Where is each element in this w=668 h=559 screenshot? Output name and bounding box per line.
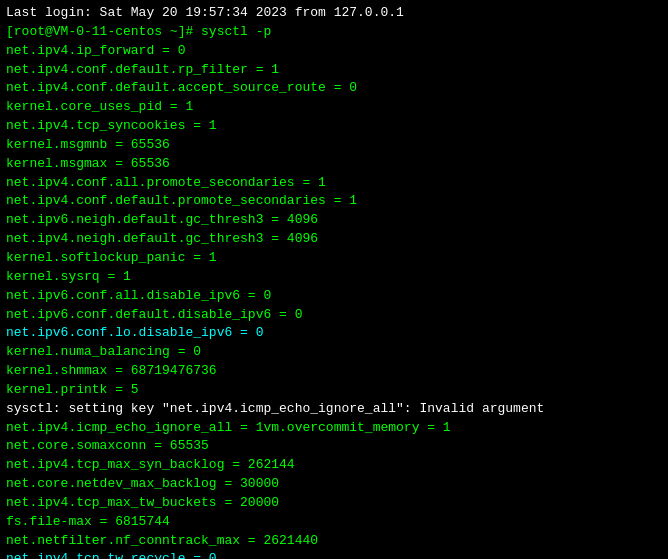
- terminal-line: fs.file-max = 6815744: [6, 513, 662, 532]
- terminal-line: net.ipv4.tcp_tw_recycle = 0: [6, 550, 662, 559]
- terminal-line: net.ipv4.tcp_max_tw_buckets = 20000: [6, 494, 662, 513]
- terminal-line: kernel.printk = 5: [6, 381, 662, 400]
- terminal-line: kernel.msgmax = 65536: [6, 155, 662, 174]
- terminal-line: net.ipv4.tcp_max_syn_backlog = 262144: [6, 456, 662, 475]
- terminal-line: kernel.numa_balancing = 0: [6, 343, 662, 362]
- terminal-line: net.ipv4.conf.default.accept_source_rout…: [6, 79, 662, 98]
- terminal-line: net.ipv4.neigh.default.gc_thresh3 = 4096: [6, 230, 662, 249]
- terminal-line: net.ipv6.neigh.default.gc_thresh3 = 4096: [6, 211, 662, 230]
- terminal-line: kernel.softlockup_panic = 1: [6, 249, 662, 268]
- terminal-line: net.ipv4.ip_forward = 0: [6, 42, 662, 61]
- terminal-line: Last login: Sat May 20 19:57:34 2023 fro…: [6, 4, 662, 23]
- terminal-line: net.core.somaxconn = 65535: [6, 437, 662, 456]
- terminal-line: kernel.sysrq = 1: [6, 268, 662, 287]
- terminal-line: net.netfilter.nf_conntrack_max = 2621440: [6, 532, 662, 551]
- terminal-line: net.ipv4.conf.default.promote_secondarie…: [6, 192, 662, 211]
- terminal-line: kernel.shmmax = 68719476736: [6, 362, 662, 381]
- terminal-line: net.ipv4.conf.all.promote_secondaries = …: [6, 174, 662, 193]
- terminal-window: Last login: Sat May 20 19:57:34 2023 fro…: [0, 0, 668, 559]
- terminal-line: kernel.core_uses_pid = 1: [6, 98, 662, 117]
- terminal-line: net.ipv6.conf.lo.disable_ipv6 = 0: [6, 324, 662, 343]
- terminal-line: net.ipv4.tcp_syncookies = 1: [6, 117, 662, 136]
- terminal-line: net.ipv6.conf.all.disable_ipv6 = 0: [6, 287, 662, 306]
- terminal-line: net.core.netdev_max_backlog = 30000: [6, 475, 662, 494]
- terminal-line: [root@VM-0-11-centos ~]# sysctl -p: [6, 23, 662, 42]
- terminal-line: net.ipv6.conf.default.disable_ipv6 = 0: [6, 306, 662, 325]
- terminal-line: sysctl: setting key "net.ipv4.icmp_echo_…: [6, 400, 662, 419]
- terminal-line: net.ipv4.icmp_echo_ignore_all = 1vm.over…: [6, 419, 662, 438]
- terminal-line: net.ipv4.conf.default.rp_filter = 1: [6, 61, 662, 80]
- terminal-line: kernel.msgmnb = 65536: [6, 136, 662, 155]
